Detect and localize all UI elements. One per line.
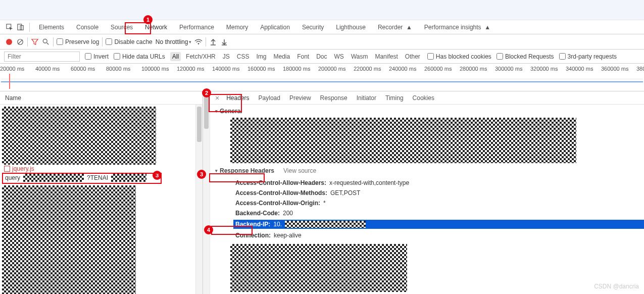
redacted-block: [2, 185, 136, 294]
filter-type-img[interactable]: Img: [254, 52, 268, 61]
tab-network[interactable]: Network: [139, 21, 173, 33]
svg-line-6: [47, 42, 49, 44]
scrollbar[interactable]: [203, 91, 210, 294]
hide-data-urls-checkbox[interactable]: Hide data URLs: [114, 53, 165, 60]
timeline-tick: 160000 ms: [247, 64, 283, 74]
timeline-tick: 200000 ms: [318, 64, 354, 74]
subtab-response[interactable]: Response: [320, 94, 348, 102]
response-header-row[interactable]: Access-Control-Allow-Origin:*: [235, 200, 644, 207]
tab-elements[interactable]: Elements: [33, 21, 70, 33]
subtab-payload[interactable]: Payload: [259, 94, 280, 102]
filter-type-media[interactable]: Media: [271, 52, 292, 61]
response-header-row[interactable]: Connection:keep-alive: [235, 232, 644, 239]
requests-list: Name jquery.js query ?TENAI: [0, 91, 203, 294]
timeline-tick: 320000 ms: [530, 64, 566, 74]
detail-subtabs: × HeadersPayloadPreviewResponseInitiator…: [210, 91, 644, 105]
timeline-tick: 220000 ms: [354, 64, 389, 74]
filter-type-font[interactable]: Font: [295, 52, 311, 61]
column-header-name[interactable]: Name: [0, 91, 203, 105]
timeline-tick: 40000 ms: [35, 64, 71, 74]
invert-checkbox[interactable]: Invert: [85, 53, 109, 60]
tab-performance-insights-[interactable]: Performance insights ▲: [418, 21, 497, 33]
subtab-cookies[interactable]: Cookies: [413, 94, 434, 102]
filter-type-other[interactable]: Other: [403, 52, 422, 61]
section-general[interactable]: ▾General: [215, 106, 644, 117]
filter-type-css[interactable]: CSS: [235, 52, 252, 61]
timeline-tick: 120000 ms: [177, 64, 212, 74]
request-details: × HeadersPayloadPreviewResponseInitiator…: [203, 91, 644, 294]
filter-toggle-icon[interactable]: [31, 38, 39, 46]
tab-memory[interactable]: Memory: [220, 21, 254, 33]
subtab-preview[interactable]: Preview: [289, 94, 311, 102]
tab-security[interactable]: Security: [296, 21, 330, 33]
timeline-tick: 80000 ms: [106, 64, 141, 74]
filter-bar: Invert Hide data URLs AllFetch/XHRJSCSSI…: [0, 50, 644, 64]
record-button[interactable]: [5, 38, 13, 46]
has-blocked-cookies-checkbox[interactable]: Has blocked cookies: [427, 53, 491, 60]
upload-har-icon[interactable]: [209, 38, 217, 46]
subtab-timing[interactable]: Timing: [385, 94, 404, 102]
redacted-block: [230, 118, 576, 163]
svg-point-7: [198, 43, 200, 44]
close-icon[interactable]: ×: [215, 94, 219, 102]
timeline-tick: 340000 ms: [566, 64, 601, 74]
tab-sources[interactable]: Sources: [105, 21, 139, 33]
download-har-icon[interactable]: [220, 38, 228, 46]
timeline-tick: 240000 ms: [389, 64, 424, 74]
list-item-error[interactable]: jquery.js: [4, 165, 34, 172]
filter-type-doc[interactable]: Doc: [314, 52, 329, 61]
section-response-headers[interactable]: ▾Response Headers View source: [215, 165, 644, 176]
tab-recorder-[interactable]: Recorder ▲: [372, 21, 418, 33]
timeline-tick: 20000 ms: [0, 64, 35, 74]
timeline-tick: 140000 ms: [212, 64, 247, 74]
filter-type-wasm[interactable]: Wasm: [349, 52, 370, 61]
subtab-headers[interactable]: Headers: [226, 94, 249, 102]
redacted-block: [230, 244, 407, 292]
tab-performance[interactable]: Performance: [173, 21, 220, 33]
view-source-link[interactable]: View source: [283, 167, 316, 174]
filter-type-ws[interactable]: WS: [332, 52, 346, 61]
inspect-icon[interactable]: [4, 22, 15, 33]
filter-type-all[interactable]: All: [170, 52, 181, 61]
timeline-tick: 300000 ms: [495, 64, 530, 74]
file-icon: [4, 166, 10, 172]
wifi-icon[interactable]: [194, 38, 203, 46]
svg-point-5: [43, 39, 47, 43]
list-item-selected[interactable]: query ?TENAI: [2, 172, 201, 183]
filter-type-js[interactable]: JS: [221, 52, 232, 61]
preserve-log-checkbox[interactable]: Preserve log: [57, 38, 99, 45]
svg-rect-1: [18, 24, 22, 29]
disable-cache-checkbox[interactable]: Disable cache: [106, 38, 152, 45]
search-icon[interactable]: [42, 38, 50, 46]
response-header-row[interactable]: Access-Control-Allow-Methods:GET,POST: [235, 189, 644, 197]
tab-lighthouse[interactable]: Lighthouse: [330, 21, 372, 33]
timeline-tick: 260000 ms: [424, 64, 460, 74]
filter-type-manifest[interactable]: Manifest: [373, 52, 400, 61]
devtools-main-tabs: ElementsConsoleSourcesNetworkPerformance…: [0, 20, 644, 34]
filter-type-fetch-xhr[interactable]: Fetch/XHR: [184, 52, 218, 61]
tab-application[interactable]: Application: [254, 21, 296, 33]
subtab-initiator[interactable]: Initiator: [357, 94, 376, 102]
timeline-tick: 380: [636, 64, 644, 74]
network-toolbar: Preserve log Disable cache No throttling…: [0, 34, 644, 50]
blocked-requests-checkbox[interactable]: Blocked Requests: [497, 53, 554, 60]
response-header-row[interactable]: Backend-Code:200: [235, 210, 644, 217]
tab-console[interactable]: Console: [70, 21, 105, 33]
timeline-tick: 360000 ms: [601, 64, 636, 74]
timeline-overview[interactable]: 20000 ms40000 ms60000 ms80000 ms100000 m…: [0, 64, 644, 91]
throttling-dropdown[interactable]: No throttling▾: [156, 38, 192, 45]
timeline-tick: 100000 ms: [141, 64, 177, 74]
filter-input[interactable]: [4, 52, 80, 62]
device-toggle-icon[interactable]: [15, 22, 26, 33]
response-header-row[interactable]: Access-Control-Allow-Headers:x-requested…: [235, 179, 644, 186]
third-party-checkbox[interactable]: 3rd-party requests: [559, 53, 617, 60]
scrollbar[interactable]: [195, 105, 203, 294]
svg-line-4: [18, 39, 23, 44]
timeline-tick: 280000 ms: [460, 64, 495, 74]
redacted-block: [2, 107, 156, 165]
timeline-tick: 180000 ms: [283, 64, 318, 74]
clear-icon[interactable]: [16, 38, 24, 46]
watermark: CSDN @dancria: [594, 283, 639, 290]
response-header-row[interactable]: Backend-IP:10.: [233, 220, 644, 229]
window-chrome-placeholder: [0, 0, 644, 20]
